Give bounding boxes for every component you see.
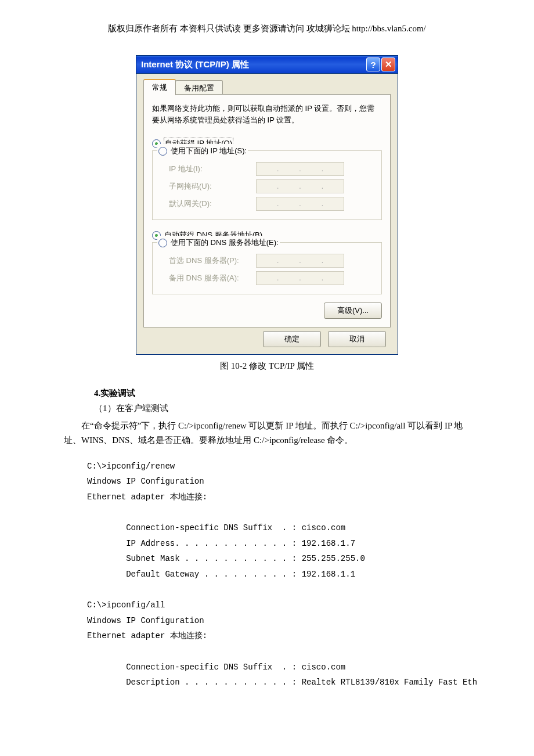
cancel-button[interactable]: 取消	[328, 331, 386, 347]
alternate-dns-input[interactable]: ...	[256, 271, 344, 285]
radio-icon	[158, 239, 167, 247]
section-heading: 4.实验调试	[94, 388, 470, 399]
dialog-title: Internet 协议 (TCP/IP) 属性	[141, 59, 365, 70]
copyright-notice: 版权归原作者所有 本资料只供试读 更多资源请访问 攻城狮论坛 http://bb…	[64, 23, 470, 34]
advanced-button[interactable]: 高级(V)...	[324, 303, 382, 319]
tcpip-properties-dialog: Internet 协议 (TCP/IP) 属性 ? ✕ 常规 备用配置 如果网络…	[136, 55, 398, 355]
default-gateway-input[interactable]: ...	[256, 197, 344, 211]
radio-manual-dns-label: 使用下面的 DNS 服务器地址(E):	[171, 237, 279, 248]
ok-button[interactable]: 确定	[263, 331, 321, 347]
body-paragraph: 在“命令提示符”下，执行 C:/>ipconfig/renew 可以更新 IP …	[64, 419, 470, 448]
console-output: C:\>ipconfig/renew Windows IP Configurat…	[87, 459, 470, 690]
radio-manual-dns[interactable]: 使用下面的 DNS 服务器地址(E):	[157, 236, 280, 250]
radio-manual-ip-label: 使用下面的 IP 地址(S):	[171, 146, 247, 156]
help-button[interactable]: ?	[366, 57, 380, 71]
preferred-dns-input[interactable]: ...	[256, 254, 344, 268]
label-subnet-mask: 子网掩码(U):	[169, 181, 256, 192]
subnet-mask-input[interactable]: ...	[256, 179, 344, 193]
radio-icon	[158, 147, 167, 156]
figure-caption: 图 10-2 修改 TCP/IP 属性	[64, 361, 470, 372]
radio-manual-ip[interactable]: 使用下面的 IP 地址(S):	[157, 144, 248, 158]
subheading-1: （1）在客户端测试	[94, 401, 470, 416]
close-button[interactable]: ✕	[381, 57, 395, 71]
dialog-description: 如果网络支持此功能，则可以获取自动指派的 IP 设置。否则，您需要从网络系统管理…	[152, 103, 382, 126]
label-ip-address: IP 地址(I):	[169, 164, 256, 174]
label-alternate-dns: 备用 DNS 服务器(A):	[169, 273, 256, 283]
label-default-gateway: 默认网关(D):	[169, 199, 256, 209]
titlebar[interactable]: Internet 协议 (TCP/IP) 属性 ? ✕	[136, 56, 398, 74]
tab-general[interactable]: 常规	[143, 79, 176, 95]
label-preferred-dns: 首选 DNS 服务器(P):	[169, 255, 256, 266]
ip-address-input[interactable]: ...	[256, 162, 344, 176]
